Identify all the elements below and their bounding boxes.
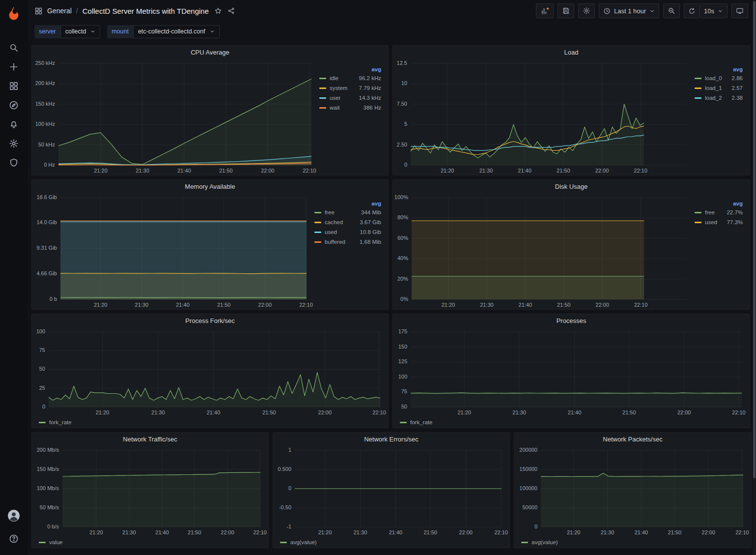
breadcrumb-separator: / (76, 7, 78, 15)
legend-avg-header[interactable]: avg (695, 194, 747, 207)
variable-mount-value-dropdown[interactable]: etc-collectd-collectd.conf (133, 25, 220, 38)
legend-label[interactable]: buffered (325, 239, 345, 245)
sidebar-item-search[interactable] (3, 38, 24, 57)
cpu-average-chart[interactable]: 0 Hz50 kHz100 kHz150 kHz200 kHz250 kHz21… (32, 59, 319, 175)
legend-label[interactable]: user (330, 95, 340, 101)
chart-svg: 0 b4.66 Gib9.31 Gib14.0 Gib18.6 Gib21:20… (32, 194, 314, 309)
svg-text:22:00: 22:00 (261, 168, 275, 174)
legend-label[interactable]: used (325, 229, 337, 235)
legend-label[interactable]: fork_rate (49, 419, 71, 425)
legend-label[interactable]: avg(value) (290, 539, 317, 545)
panel-title-network-errors[interactable]: Network Errors/sec (273, 433, 509, 446)
network-errors-chart[interactable]: -1-0.5000.500121:2021:3021:4021:5022:002… (273, 446, 509, 537)
dashboard-title[interactable]: CollectD Server Metrics with TDengine (83, 7, 209, 15)
svg-text:100: 100 (36, 328, 45, 334)
panel-title-network-traffic[interactable]: Network Traffic/sec (32, 433, 268, 446)
scrollbar-thumb[interactable] (753, 1, 756, 478)
legend-item-user[interactable]: user14.3 kHz (319, 93, 385, 103)
panel-title-processes[interactable]: Processes (393, 314, 750, 328)
legend-item-free[interactable]: free22.7% (695, 207, 747, 217)
processes-legend: fork_rate (393, 417, 750, 428)
refresh-dashboard-button[interactable] (684, 3, 700, 18)
series-color-swatch (400, 422, 407, 423)
series-color-swatch (695, 212, 701, 213)
legend-label[interactable]: used (705, 219, 717, 225)
legend-label[interactable]: load_1 (705, 85, 722, 91)
series-color-swatch (314, 232, 321, 233)
legend-item-load_0[interactable]: load_02.86 (695, 73, 747, 83)
share-dashboard-button[interactable] (227, 7, 235, 15)
legend-label[interactable]: idle (330, 75, 338, 81)
processes-chart[interactable]: 507510012515017521:2021:3021:4021:5022:0… (393, 328, 750, 417)
panel-title-load[interactable]: Load (393, 46, 750, 59)
legend-label[interactable]: fork_rate (410, 419, 432, 425)
disk-usage-chart[interactable]: 0%20%40%60%80%100%21:2021:3021:4021:5022… (393, 194, 695, 309)
cycle-view-mode-button[interactable] (731, 3, 748, 18)
legend-item-used[interactable]: used77.3% (695, 217, 747, 227)
svg-text:75: 75 (401, 388, 407, 394)
sidebar-item-dashboards[interactable] (3, 76, 24, 95)
panel-title-process-fork[interactable]: Process Fork/sec (32, 314, 388, 328)
chevron-down-icon (649, 8, 655, 14)
sidebar-item-explore[interactable] (3, 95, 24, 115)
compass-icon (9, 100, 19, 110)
legend-avg-header[interactable]: avg (695, 59, 747, 73)
add-panel-button[interactable] (536, 3, 554, 18)
legend-item-wait[interactable]: wait386 Hz (319, 103, 385, 113)
svg-text:150 Mb/s: 150 Mb/s (37, 466, 59, 472)
svg-text:22:10: 22:10 (494, 529, 508, 535)
legend-item-system[interactable]: system7.79 kHz (319, 83, 385, 93)
legend-item-load_2[interactable]: load_22.38 (695, 93, 747, 103)
network-packets-chart[interactable]: 05000010000015000020000021:2021:3021:402… (514, 446, 751, 537)
star-dashboard-button[interactable] (214, 7, 222, 15)
network-traffic-chart[interactable]: 0 b/s50 Mb/s100 Mb/s150 Mb/s200 Mb/s21:2… (32, 446, 268, 537)
legend-item-idle[interactable]: idle96.2 kHz (319, 73, 385, 83)
legend-label[interactable]: load_2 (705, 95, 722, 101)
cpu-average-legend: avgidle96.2 kHzsystem7.79 kHzuser14.3 kH… (319, 59, 388, 175)
sidebar-item-configuration[interactable] (3, 134, 24, 153)
series-color-swatch (695, 78, 701, 79)
user-profile-button[interactable] (3, 506, 24, 525)
legend-label[interactable]: cached (325, 219, 343, 225)
svg-text:22:10: 22:10 (372, 409, 386, 415)
help-button[interactable] (3, 529, 24, 548)
legend-avg-header[interactable]: avg (314, 194, 385, 207)
legend-avg-header[interactable]: avg (319, 59, 385, 73)
memory-available-chart[interactable]: 0 b4.66 Gib9.31 Gib14.0 Gib18.6 Gib21:20… (32, 194, 314, 309)
grafana-logo[interactable] (5, 4, 22, 21)
panel-title-network-packets[interactable]: Network Packets/sec (514, 433, 751, 446)
chart-svg: 025507510021:2021:3021:4021:5022:0022:10 (32, 328, 388, 417)
legend-label[interactable]: system (330, 85, 347, 91)
time-range-picker[interactable]: Last 1 hour (599, 3, 659, 18)
panel-title-memory-available[interactable]: Memory Available (32, 180, 388, 194)
variable-server-value-dropdown[interactable]: collectd (60, 25, 100, 38)
process-fork-chart[interactable]: 025507510021:2021:3021:4021:5022:0022:10 (32, 328, 388, 417)
sidebar-item-alerting[interactable] (3, 115, 24, 134)
legend-item-cached[interactable]: cached3.67 Gib (314, 217, 385, 227)
refresh-interval-picker[interactable]: 10s (700, 3, 728, 18)
breadcrumb-folder[interactable]: General (47, 7, 72, 15)
legend-label[interactable]: free (705, 209, 715, 215)
legend-label[interactable]: wait (330, 105, 339, 111)
panel-title-cpu-average[interactable]: CPU Average (32, 46, 388, 59)
page-scrollbar[interactable] (753, 0, 756, 555)
dashboard-settings-button[interactable] (578, 3, 595, 18)
legend-label[interactable]: load_0 (705, 75, 722, 81)
save-dashboard-button[interactable] (558, 3, 574, 18)
legend-label[interactable]: avg(value) (532, 539, 558, 545)
legend-item-used[interactable]: used10.8 Gib (314, 227, 385, 237)
legend-item-free[interactable]: free344 Mib (314, 207, 385, 217)
zoom-out-icon (668, 7, 675, 15)
sidebar-item-create[interactable] (3, 57, 24, 76)
zoom-out-time-button[interactable] (663, 3, 680, 18)
sidebar-item-server-admin[interactable] (3, 153, 24, 172)
svg-text:21:50: 21:50 (219, 168, 233, 174)
legend-item-buffered[interactable]: buffered1.68 Mib (314, 237, 385, 247)
legend-item-load_1[interactable]: load_12.57 (695, 83, 747, 93)
svg-text:22:10: 22:10 (735, 529, 749, 535)
svg-text:100 kHz: 100 kHz (35, 121, 55, 127)
legend-label[interactable]: free (325, 209, 335, 215)
legend-label[interactable]: value (49, 539, 63, 545)
panel-title-disk-usage[interactable]: Disk Usage (393, 180, 750, 194)
load-chart[interactable]: 02.5057.501012.521:2021:3021:4021:5022:0… (393, 59, 695, 175)
